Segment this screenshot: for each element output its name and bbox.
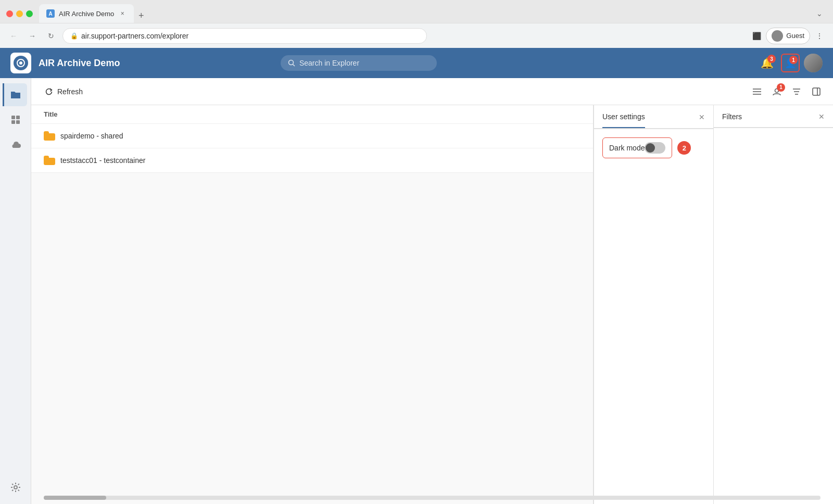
tabs-expand-button[interactable]: ⌄ — [812, 6, 827, 21]
filters-panel: Filters ✕ — [713, 105, 833, 504]
tab-close-button[interactable]: × — [118, 9, 127, 18]
notifications-button[interactable]: 🔔 3 — [758, 54, 777, 72]
sidebar-item-explorer[interactable] — [3, 83, 27, 106]
folder-icon-2 — [44, 156, 55, 165]
table-row[interactable]: spairdemo - shared — [31, 124, 593, 148]
browser-titlebar: A AIR Archive Demo × + ⌄ — [0, 0, 833, 23]
svg-rect-6 — [11, 120, 15, 124]
app-logo-icon — [16, 58, 26, 68]
file-name-1: spairdemo - shared — [60, 132, 123, 140]
user-settings-close-button[interactable]: ✕ — [699, 113, 705, 128]
browser-toolbar-right: ⬛ Guest ⋮ — [749, 28, 827, 44]
traffic-lights — [6, 10, 33, 17]
tab-favicon: A — [46, 9, 55, 18]
app-logo-inner — [14, 56, 28, 70]
user-panel-badge: 1 — [777, 83, 785, 92]
tab-title: AIR Archive Demo — [59, 10, 114, 18]
header-search[interactable]: Search in Explorer — [281, 55, 437, 71]
dark-mode-toggle[interactable] — [645, 142, 665, 154]
avatar-image — [804, 54, 823, 72]
app-logo — [10, 53, 31, 73]
filters-panel-header: Filters ✕ — [714, 105, 833, 128]
user-settings-content: Dark mode 2 — [594, 129, 713, 504]
user-avatar[interactable] — [804, 54, 823, 72]
scrollbar-thumb[interactable] — [44, 496, 106, 500]
address-bar[interactable]: 🔒 air.support-partners.com/explorer — [62, 28, 427, 44]
browser-menu-button[interactable]: ⋮ — [812, 29, 827, 43]
svg-point-2 — [288, 60, 293, 65]
scrollbar-track[interactable] — [44, 496, 593, 500]
security-lock-icon: 🔒 — [70, 32, 78, 40]
app-header: AIR Archive Demo Search in Explorer 🔔 3 … — [0, 48, 833, 78]
content-toolbar: Refresh 1 — [31, 78, 833, 105]
filters-title: Filters — [722, 112, 742, 127]
list-view-button[interactable] — [749, 83, 765, 100]
toggle-knob — [646, 143, 655, 153]
user-settings-panel-header: User settings ✕ — [594, 105, 713, 129]
refresh-button[interactable]: Refresh — [40, 84, 88, 99]
user-settings-title: User settings — [602, 112, 645, 128]
tab-bar: A AIR Archive Demo × + — [39, 4, 148, 23]
browser-toolbar: ← → ↻ 🔒 air.support-partners.com/explore… — [0, 23, 833, 48]
filters-close-button[interactable]: ✕ — [818, 112, 825, 127]
folder-icon-1 — [44, 131, 55, 141]
list-view-icon — [753, 88, 761, 95]
user-panel-toggle-button[interactable]: 1 — [768, 83, 785, 100]
svg-rect-16 — [813, 88, 820, 95]
filter-button[interactable] — [788, 83, 805, 100]
svg-line-3 — [293, 65, 295, 67]
header-right: 🔔 3 👤 1 — [758, 54, 823, 72]
svg-point-8 — [14, 486, 17, 489]
filters-content — [714, 128, 833, 504]
close-traffic-light[interactable] — [6, 10, 13, 17]
svg-rect-5 — [16, 116, 20, 119]
forward-button[interactable]: → — [25, 29, 40, 43]
notification-badge: 3 — [767, 55, 776, 63]
user-settings-panel: User settings ✕ Dark mode — [594, 105, 713, 504]
sidebar — [0, 78, 31, 504]
content-area: Refresh 1 — [31, 78, 833, 504]
dark-mode-label: Dark mode — [609, 144, 645, 152]
minimize-traffic-light[interactable] — [16, 10, 23, 17]
svg-rect-4 — [11, 116, 15, 119]
step1-badge: 1 — [789, 56, 798, 64]
browser-chrome: A AIR Archive Demo × + ⌄ ← → ↻ 🔒 air.sup… — [0, 0, 833, 48]
profile-avatar-small — [772, 30, 783, 42]
file-name-2: teststacc01 - testcontainer — [60, 156, 145, 165]
new-tab-button[interactable]: + — [134, 8, 148, 23]
back-button: ← — [6, 29, 21, 43]
step2-badge: 2 — [677, 141, 691, 155]
fullscreen-traffic-light[interactable] — [26, 10, 33, 17]
toolbar-right-icons: 1 — [749, 83, 825, 100]
url-text: air.support-partners.com/explorer — [81, 32, 188, 40]
profile-label: Guest — [786, 32, 804, 40]
table-row[interactable]: teststacc01 - testcontainer — [31, 148, 593, 173]
file-list-header: Title — [31, 105, 593, 124]
browser-profile-button[interactable]: Guest — [766, 28, 810, 44]
search-placeholder-text: Search in Explorer — [299, 59, 359, 67]
active-tab[interactable]: A AIR Archive Demo × — [39, 4, 134, 23]
expand-panel-button[interactable] — [808, 83, 825, 100]
collections-icon — [10, 114, 21, 125]
app-container: AIR Archive Demo Search in Explorer 🔔 3 … — [0, 48, 833, 504]
filter-icon — [792, 88, 801, 95]
app-title: AIR Archive Demo — [39, 58, 120, 69]
refresh-icon — [45, 87, 53, 96]
folder-icon — [10, 89, 21, 100]
reload-button[interactable]: ↻ — [44, 29, 58, 43]
refresh-label: Refresh — [57, 87, 83, 96]
search-icon — [288, 59, 295, 67]
sidebar-item-collections[interactable] — [4, 108, 27, 131]
user-settings-button[interactable]: 👤 1 — [781, 54, 800, 72]
sidebar-item-cloud[interactable] — [4, 133, 27, 156]
sidebar-item-settings[interactable] — [4, 476, 27, 499]
scrollbar-area — [31, 492, 593, 496]
split-screen-button[interactable]: ⬛ — [749, 29, 764, 43]
file-list: Title spairdemo - shared teststacc01 - t… — [31, 105, 593, 504]
content-main: Title spairdemo - shared teststacc01 - t… — [31, 105, 833, 504]
svg-rect-7 — [16, 120, 20, 124]
right-panels: User settings ✕ Dark mode — [593, 105, 833, 504]
expand-icon — [812, 87, 821, 96]
settings-gear-icon — [10, 482, 21, 493]
dark-mode-row: Dark mode — [602, 137, 672, 158]
